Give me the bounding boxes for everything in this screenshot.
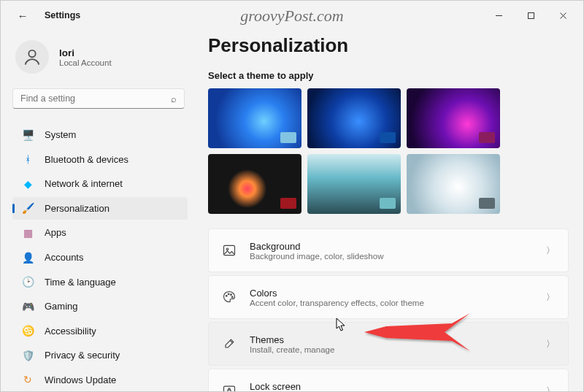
sidebar-item-label: Bluetooth & devices — [45, 154, 128, 165]
sidebar-item-label: Windows Update — [45, 374, 116, 385]
sidebar-item-apps[interactable]: ▦ Apps — [12, 221, 188, 245]
window-title: Settings — [45, 10, 80, 20]
sidebar-item-label: Gaming — [45, 301, 78, 312]
card-background[interactable]: Background Background image, color, slid… — [208, 228, 569, 272]
card-sub: Install, create, manage — [250, 345, 546, 354]
svg-rect-5 — [224, 245, 235, 255]
maximize-button[interactable] — [515, 4, 547, 26]
svg-rect-11 — [224, 386, 235, 391]
privacy-icon: 🛡️ — [21, 349, 34, 362]
theme-swatch — [479, 198, 495, 209]
chevron-right-icon: 〉 — [546, 291, 555, 304]
svg-rect-1 — [528, 12, 534, 18]
theme-swatch — [380, 198, 396, 209]
search-box[interactable]: ⌕ — [12, 88, 185, 109]
sidebar-item-label: Privacy & security — [45, 350, 120, 361]
chevron-right-icon: 〉 — [546, 385, 555, 392]
search-icon: ⌕ — [171, 93, 177, 104]
sidebar-item-label: Accessibility — [45, 326, 96, 337]
accessibility-icon: ♋ — [21, 324, 34, 337]
theme-swatch — [380, 132, 396, 143]
sidebar-item-system[interactable]: 🖥️ System — [12, 123, 188, 147]
theme-option-2[interactable] — [307, 88, 401, 148]
bluetooth-icon: ᚼ — [21, 153, 34, 166]
sidebar-item-bluetooth[interactable]: ᚼ Bluetooth & devices — [12, 148, 188, 172]
back-button[interactable]: ← — [14, 9, 31, 22]
system-icon: 🖥️ — [21, 128, 34, 142]
theme-option-3[interactable] — [407, 88, 500, 148]
card-themes[interactable]: Themes Install, create, manage 〉 — [208, 322, 569, 366]
theme-option-5[interactable] — [307, 154, 401, 214]
sidebar-item-network[interactable]: ◆ Network & internet — [12, 172, 188, 196]
accounts-icon: 👤 — [21, 251, 34, 264]
sidebar-item-label: Apps — [45, 227, 66, 238]
svg-point-6 — [226, 248, 228, 250]
network-icon: ◆ — [21, 177, 34, 191]
avatar — [15, 40, 49, 74]
colors-icon — [222, 290, 237, 304]
minimize-button[interactable] — [483, 4, 515, 26]
card-sub: Accent color, transparency effects, colo… — [250, 299, 546, 307]
personalization-icon: 🖌️ — [21, 201, 34, 215]
svg-point-10 — [231, 296, 233, 298]
theme-swatch — [479, 132, 495, 143]
apps-icon: ▦ — [21, 226, 34, 239]
chevron-right-icon: 〉 — [546, 245, 555, 257]
sidebar-item-windows-update[interactable]: ↻ Windows Update — [12, 368, 188, 391]
chevron-right-icon: 〉 — [546, 338, 555, 350]
svg-rect-12 — [228, 390, 231, 391]
gaming-icon: 🎮 — [21, 300, 34, 313]
titlebar: ← Settings — [1, 1, 583, 30]
sidebar-item-accessibility[interactable]: ♋ Accessibility — [12, 319, 188, 342]
card-title: Background — [250, 241, 546, 252]
lockscreen-icon — [222, 383, 237, 391]
card-lockscreen[interactable]: Lock screen Lock screen images, apps, an… — [208, 369, 569, 391]
card-title: Lock screen — [250, 381, 546, 392]
card-title: Themes — [250, 334, 546, 345]
theme-swatch — [280, 132, 296, 143]
theme-option-4[interactable] — [208, 154, 301, 214]
sidebar-item-privacy[interactable]: 🛡️ Privacy & security — [12, 344, 188, 367]
background-icon — [222, 243, 237, 258]
svg-point-8 — [228, 293, 229, 295]
page-title: Personalization — [208, 34, 569, 57]
card-colors[interactable]: Colors Accent color, transparency effect… — [208, 275, 569, 319]
profile-block[interactable]: lori Local Account — [15, 40, 188, 74]
theme-heading: Select a theme to apply — [208, 70, 569, 81]
time-language-icon: 🕑 — [21, 275, 34, 288]
sidebar: lori Local Account ⌕ 🖥️ System ᚼ Bluetoo… — [1, 30, 196, 391]
sidebar-item-label: System — [45, 129, 76, 140]
theme-grid — [208, 88, 506, 214]
svg-point-4 — [28, 50, 35, 57]
svg-point-7 — [226, 296, 227, 297]
card-title: Colors — [250, 288, 546, 299]
sidebar-item-label: Time & language — [45, 277, 116, 288]
profile-name: lori — [59, 47, 112, 58]
sidebar-item-accounts[interactable]: 👤 Accounts — [12, 246, 188, 269]
sidebar-item-personalization[interactable]: 🖌️ Personalization — [12, 197, 188, 220]
theme-swatch — [280, 198, 296, 209]
card-sub: Background image, color, slideshow — [250, 252, 546, 261]
sidebar-item-gaming[interactable]: 🎮 Gaming — [12, 295, 188, 318]
svg-point-9 — [231, 294, 232, 296]
themes-icon — [222, 337, 237, 351]
profile-sub: Local Account — [59, 58, 112, 67]
sidebar-item-label: Network & internet — [45, 178, 123, 189]
windows-update-icon: ↻ — [21, 373, 34, 386]
close-button[interactable] — [547, 4, 579, 26]
sidebar-item-label: Accounts — [45, 252, 83, 263]
content-area: Personalization Select a theme to apply … — [196, 30, 583, 391]
theme-option-6[interactable] — [407, 154, 500, 214]
search-input[interactable] — [20, 93, 171, 104]
theme-option-1[interactable] — [208, 88, 301, 148]
sidebar-item-label: Personalization — [45, 203, 110, 214]
main-area: lori Local Account ⌕ 🖥️ System ᚼ Bluetoo… — [1, 30, 583, 391]
sidebar-item-time-language[interactable]: 🕑 Time & language — [12, 270, 188, 293]
nav-list: 🖥️ System ᚼ Bluetooth & devices ◆ Networ… — [12, 123, 188, 391]
